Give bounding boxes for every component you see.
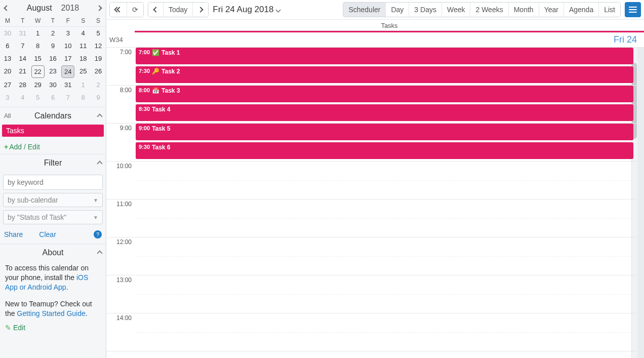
filter-share-link[interactable]: Share <box>4 230 23 238</box>
view-3-days-button[interactable]: 3 Days <box>409 3 442 17</box>
filter-help-button[interactable]: ? <box>94 230 102 238</box>
minical-day[interactable]: 20 <box>1 65 14 78</box>
event-item[interactable]: 7:30🔑Task 2 <box>136 66 633 83</box>
minical-day[interactable]: 12 <box>92 40 105 52</box>
calendars-collapse-button[interactable] <box>98 112 102 120</box>
minical-day[interactable]: 21 <box>16 65 29 78</box>
week-number-label: W34 <box>109 36 135 44</box>
nav-next-button[interactable] <box>193 3 208 17</box>
minical-day[interactable]: 17 <box>61 53 74 64</box>
minical-day[interactable]: 6 <box>47 92 60 103</box>
minical-day[interactable]: 30 <box>47 79 60 91</box>
hour-slot[interactable] <box>135 162 637 199</box>
minical-day[interactable]: 5 <box>92 27 105 39</box>
minical-day[interactable]: 5 <box>31 92 45 103</box>
minical-day[interactable]: 2 <box>92 79 105 91</box>
filter-keyword-input[interactable] <box>3 175 103 190</box>
month-year: 2018 <box>61 4 79 13</box>
calendar-item-tasks[interactable]: Tasks <box>2 125 104 137</box>
today-button[interactable]: Today <box>164 3 193 17</box>
minical-day[interactable]: 16 <box>47 53 60 64</box>
minical-day[interactable]: 4 <box>76 27 90 39</box>
minical-day[interactable]: 10 <box>61 40 74 52</box>
minical-day[interactable]: 22 <box>31 65 45 78</box>
menu-button[interactable] <box>625 2 641 17</box>
minical-day[interactable]: 6 <box>1 40 14 52</box>
minical-day[interactable]: 23 <box>47 65 60 78</box>
minical-day[interactable]: 31 <box>16 27 29 39</box>
event-item[interactable]: 9:00Task 5 <box>136 124 633 140</box>
minical-day[interactable]: 4 <box>16 92 29 103</box>
minical-day[interactable]: 13 <box>1 53 14 64</box>
minical-day[interactable]: 9 <box>92 92 105 103</box>
minical-day[interactable]: 31 <box>61 79 74 91</box>
add-edit-calendars-link[interactable]: +Add / Edit <box>0 140 106 154</box>
date-picker-button[interactable]: Fri 24 Aug 2018 <box>213 5 280 15</box>
minical-day[interactable]: 18 <box>76 53 90 64</box>
prev-month-button[interactable] <box>2 2 11 14</box>
minical-day[interactable]: 28 <box>16 79 29 91</box>
minical-day[interactable]: 27 <box>1 79 14 91</box>
view-scheduler-button[interactable]: Scheduler <box>343 3 386 17</box>
view-day-button[interactable]: Day <box>386 3 409 17</box>
refresh-button[interactable]: ⟳ <box>127 3 143 17</box>
minical-day[interactable]: 2 <box>47 27 60 39</box>
event-item[interactable]: 8:00📅Task 3 <box>136 86 633 102</box>
hour-row[interactable]: 12:00 <box>106 237 637 275</box>
minical-day[interactable]: 3 <box>1 92 14 103</box>
column-header-tasks: Tasks <box>135 20 644 31</box>
day-grid-scroll[interactable]: 7:008:009:0010:0011:0012:0013:0014:00 7:… <box>106 48 644 358</box>
minical-day[interactable]: 7 <box>16 40 29 52</box>
filter-clear-link[interactable]: Clear <box>39 230 56 238</box>
hour-row[interactable]: 13:00 <box>106 275 637 313</box>
filter-status-select[interactable]: by "Status of Task" ▼ <box>3 210 103 224</box>
minical-day[interactable]: 8 <box>76 92 90 103</box>
view-week-button[interactable]: Week <box>442 3 471 17</box>
minical-day[interactable]: 30 <box>1 27 14 39</box>
minical-day[interactable]: 29 <box>31 79 45 91</box>
about-collapse-button[interactable] <box>98 249 102 257</box>
minical-day[interactable]: 14 <box>16 53 29 64</box>
minical-day[interactable]: 8 <box>31 40 45 52</box>
event-item[interactable]: 8:30Task 4 <box>136 104 633 121</box>
minical-day[interactable]: 15 <box>31 53 45 64</box>
view-list-button[interactable]: List <box>599 3 620 17</box>
minical-day[interactable]: 11 <box>76 40 90 52</box>
filter-subcalendar-select[interactable]: by sub-calendar ▼ <box>3 193 103 207</box>
minical-day[interactable]: 1 <box>31 27 45 39</box>
nav-back-far-button[interactable] <box>110 3 127 17</box>
getting-started-link[interactable]: Getting Started Guide <box>17 309 85 317</box>
view-agenda-button[interactable]: Agenda <box>564 3 599 17</box>
minical-day[interactable]: 7 <box>61 92 74 103</box>
hour-slot[interactable] <box>135 237 637 275</box>
view-year-button[interactable]: Year <box>539 3 564 17</box>
hour-label: 9:00 <box>106 124 135 161</box>
hour-row[interactable]: 14:00 <box>106 313 637 351</box>
hour-slot[interactable] <box>135 275 637 313</box>
next-month-button[interactable] <box>95 2 104 14</box>
event-title: Task 5 <box>152 125 170 132</box>
filter-collapse-button[interactable] <box>98 160 102 167</box>
minical-day[interactable]: 9 <box>47 40 60 52</box>
about-title: About <box>43 248 64 257</box>
hour-row[interactable]: 10:00 <box>106 162 637 200</box>
minical-day[interactable]: 1 <box>76 79 90 91</box>
view-month-button[interactable]: Month <box>509 3 539 17</box>
minical-day[interactable]: 24 <box>61 65 74 78</box>
view-2-weeks-button[interactable]: 2 Weeks <box>470 3 508 17</box>
nav-prev-button[interactable] <box>148 3 164 17</box>
event-item[interactable]: 9:30Task 6 <box>136 142 633 159</box>
minical-day[interactable]: 3 <box>61 27 74 39</box>
hour-slot[interactable] <box>135 313 637 351</box>
minical-day[interactable]: 26 <box>92 65 105 78</box>
view-switcher: SchedulerDay3 DaysWeek2 WeeksMonthYearAg… <box>343 2 621 17</box>
event-item[interactable]: 7:00✅Task 1 <box>136 48 633 64</box>
minical-day[interactable]: 19 <box>92 53 105 64</box>
hour-row[interactable]: 11:00 <box>106 200 637 237</box>
about-edit-button[interactable]: ✎ Edit <box>5 323 25 333</box>
hour-slot[interactable] <box>135 200 637 237</box>
main: ⟳ Today Fri 24 Aug 2018 SchedulerDay3 Da… <box>106 0 644 358</box>
minical-day[interactable]: 25 <box>76 65 90 78</box>
event-time: 8:00 <box>139 87 150 93</box>
calendars-all-link[interactable]: All <box>4 112 11 120</box>
